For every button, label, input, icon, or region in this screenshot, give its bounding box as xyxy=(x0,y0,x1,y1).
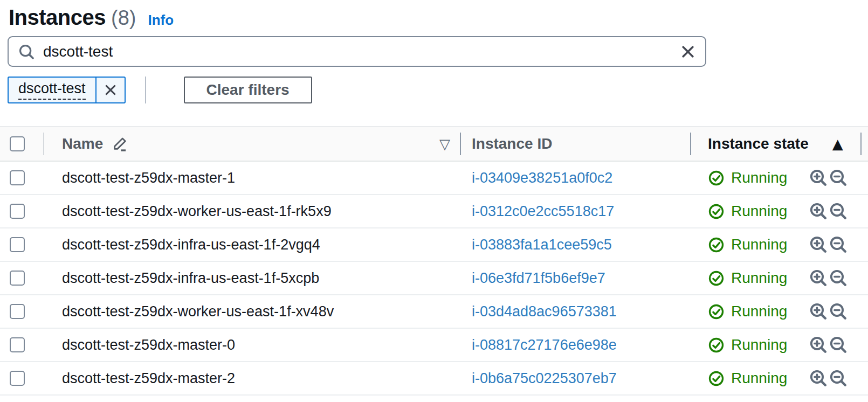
search-input[interactable] xyxy=(42,43,679,61)
search-clear-button[interactable] xyxy=(679,43,697,60)
zoom-in-filter-button[interactable] xyxy=(809,302,828,321)
status-text: Running xyxy=(731,236,787,253)
instance-id-link[interactable]: i-06e3fd71f5b6ef9e7 xyxy=(472,270,605,287)
instances-table: Name ▽ Instance ID Instance state ▲ dsco… xyxy=(0,126,868,396)
zoom-in-filter-button[interactable] xyxy=(809,202,828,220)
row-filler-cell xyxy=(862,262,868,294)
instance-id-cell: i-03d4ad8ac96573381 xyxy=(461,295,691,328)
status-running-icon xyxy=(708,237,725,253)
instance-name: dscott-test-z59dx-master-1 xyxy=(62,170,235,186)
status-text: Running xyxy=(731,370,787,387)
filter-separator xyxy=(145,77,146,103)
state-filter-icons xyxy=(809,336,848,354)
state-filter-icons xyxy=(809,202,848,220)
instance-id-link[interactable]: i-08817c27176e6e98e xyxy=(472,337,617,354)
zoom-out-icon xyxy=(829,169,848,187)
zoom-in-filter-button[interactable] xyxy=(809,169,828,187)
status-running-icon xyxy=(708,170,725,186)
clear-filters-button[interactable]: Clear filters xyxy=(184,77,312,103)
zoom-in-icon xyxy=(809,169,828,187)
zoom-in-filter-button[interactable] xyxy=(809,235,828,254)
column-header-instance-id[interactable]: Instance ID xyxy=(461,127,691,161)
zoom-out-filter-button[interactable] xyxy=(829,169,848,187)
header-filler-cell xyxy=(862,127,868,161)
edit-pencil-icon xyxy=(112,136,128,152)
zoom-out-filter-button[interactable] xyxy=(829,336,848,354)
row-select-cell xyxy=(0,162,44,194)
zoom-in-icon xyxy=(809,302,828,321)
state-filter-icons xyxy=(809,269,848,287)
filter-token-dismiss-button[interactable] xyxy=(97,78,125,102)
zoom-out-filter-button[interactable] xyxy=(829,302,848,321)
zoom-in-icon xyxy=(809,235,828,254)
table-row: dscott-test-z59dx-worker-us-east-1f-xv48… xyxy=(0,295,868,329)
zoom-out-filter-button[interactable] xyxy=(829,235,848,254)
row-checkbox[interactable] xyxy=(10,237,25,252)
status-running-icon xyxy=(708,337,725,354)
zoom-in-icon xyxy=(809,336,828,354)
status-badge: Running xyxy=(708,236,787,253)
zoom-out-filter-button[interactable] xyxy=(829,202,848,220)
filter-row: dscott-test Clear filters xyxy=(8,77,868,103)
select-all-checkbox[interactable] xyxy=(10,136,25,151)
zoom-in-filter-button[interactable] xyxy=(809,336,828,354)
sort-descending-icon: ▽ xyxy=(439,136,450,152)
page-header: Instances (8) Info xyxy=(9,5,868,30)
name-cell: dscott-test-z59dx-master-2 xyxy=(44,362,461,394)
row-select-cell xyxy=(0,195,44,227)
filter-token-label: dscott-test xyxy=(9,78,95,102)
instance-id-cell: i-03883fa1a1cee59c5 xyxy=(461,228,691,261)
row-select-cell xyxy=(0,262,44,294)
instance-id-link[interactable]: i-03d4ad8ac96573381 xyxy=(472,303,617,320)
row-select-cell xyxy=(0,295,44,328)
status-text: Running xyxy=(731,169,787,186)
instance-id-cell: i-0b6a75c0225307eb7 xyxy=(461,362,691,394)
instance-id-cell: i-08817c27176e6e98e xyxy=(461,329,691,361)
zoom-out-filter-button[interactable] xyxy=(829,269,848,287)
column-header-instance-state[interactable]: Instance state ▲ xyxy=(691,127,862,161)
state-filter-icons xyxy=(809,235,848,254)
instance-id-link[interactable]: i-0312c0e2cc5518c17 xyxy=(472,203,614,220)
zoom-out-icon xyxy=(829,269,848,287)
row-checkbox[interactable] xyxy=(10,204,25,219)
status-running-icon xyxy=(708,203,725,220)
state-filter-icons xyxy=(809,302,848,321)
table-body: dscott-test-z59dx-master-1 i-03409e38251… xyxy=(0,162,868,396)
instance-state-cell: Running xyxy=(691,162,862,194)
name-cell: dscott-test-z59dx-infra-us-east-1f-2vgq4 xyxy=(44,228,461,261)
row-checkbox[interactable] xyxy=(10,371,25,386)
zoom-out-icon xyxy=(829,336,848,354)
instance-id-link[interactable]: i-03883fa1a1cee59c5 xyxy=(472,237,612,253)
instance-id-link[interactable]: i-03409e38251a0f0c2 xyxy=(472,170,612,186)
instance-state-cell: Running xyxy=(691,295,862,328)
row-filler-cell xyxy=(862,295,868,328)
search-box[interactable] xyxy=(8,36,706,67)
row-filler-cell xyxy=(862,362,868,394)
zoom-in-icon xyxy=(809,202,828,220)
status-running-icon xyxy=(708,303,725,320)
instance-name: dscott-test-z59dx-worker-us-east-1f-rk5x… xyxy=(62,203,332,220)
table-row: dscott-test-z59dx-worker-us-east-1f-rk5x… xyxy=(0,195,868,228)
instance-id-link[interactable]: i-0b6a75c0225307eb7 xyxy=(472,370,617,387)
instance-id-cell: i-0312c0e2cc5518c17 xyxy=(461,195,691,227)
search-icon xyxy=(18,44,35,60)
row-filler-cell xyxy=(862,162,868,194)
row-checkbox[interactable] xyxy=(10,170,25,185)
status-text: Running xyxy=(731,203,787,220)
instance-name: dscott-test-z59dx-infra-us-east-1f-2vgq4 xyxy=(62,237,320,253)
status-text: Running xyxy=(731,336,787,354)
instance-name: dscott-test-z59dx-infra-us-east-1f-5xcpb xyxy=(62,270,319,287)
row-checkbox[interactable] xyxy=(10,304,25,319)
row-checkbox[interactable] xyxy=(10,337,25,352)
zoom-in-filter-button[interactable] xyxy=(809,269,828,287)
instance-state-cell: Running xyxy=(691,362,862,394)
info-link[interactable]: Info xyxy=(148,12,174,29)
zoom-in-filter-button[interactable] xyxy=(809,369,828,387)
instance-state-cell: Running xyxy=(691,195,862,227)
row-checkbox[interactable] xyxy=(10,271,25,286)
status-badge: Running xyxy=(708,303,787,320)
instance-name: dscott-test-z59dx-master-2 xyxy=(62,370,235,387)
column-header-name[interactable]: Name ▽ xyxy=(44,127,461,161)
zoom-out-filter-button[interactable] xyxy=(829,369,848,387)
instance-state-cell: Running xyxy=(691,228,862,261)
